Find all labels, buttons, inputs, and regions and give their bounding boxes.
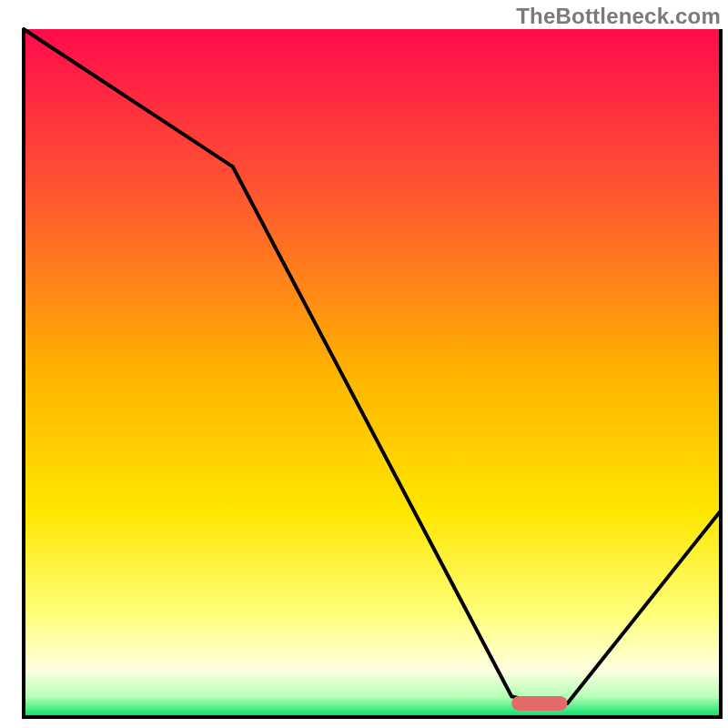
watermark-text: TheBottleneck.com	[516, 4, 721, 29]
bottleneck-chart	[0, 0, 728, 728]
chart-background	[24, 29, 721, 717]
optimal-marker	[511, 696, 567, 711]
chart-container: TheBottleneck.com	[0, 0, 728, 728]
